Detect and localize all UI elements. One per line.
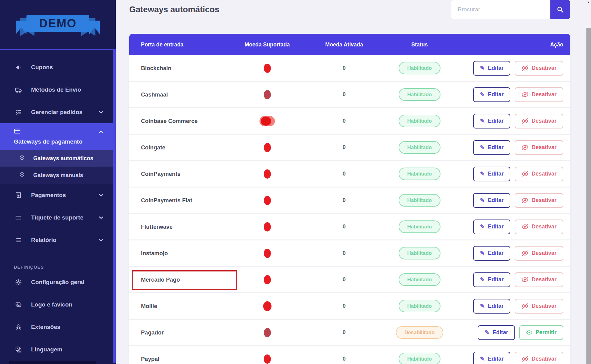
main-content: Gateways automáticos Porta de entrada Mo… <box>116 0 586 364</box>
action-buttons: ✎EditarDesativar <box>467 161 563 187</box>
activated-count: 0 <box>343 171 346 177</box>
logo: DEMO <box>0 0 116 49</box>
status-badge: Habilitado <box>399 353 440 364</box>
sidebar-item-gerenciar-pedidos[interactable]: Gerenciar pedidos <box>0 101 116 123</box>
activated-count: 0 <box>343 329 346 336</box>
editar-button[interactable]: ✎Editar <box>473 246 510 261</box>
action-buttons: ✎EditarDesativar <box>467 293 563 319</box>
status-badge: Habilitado <box>399 273 440 286</box>
desativar-button[interactable]: Desativar <box>515 87 563 102</box>
language-icon: A <box>14 346 23 353</box>
eye-icon <box>526 330 533 335</box>
page-title: Gateways automáticos <box>129 5 219 14</box>
desativar-button[interactable]: Desativar <box>515 193 563 208</box>
nodes-icon <box>14 324 23 330</box>
chevron-down-icon <box>99 194 103 197</box>
gateway-name: CoinPayments Fiat <box>141 197 192 204</box>
currency-dot-icon <box>264 196 271 205</box>
sidebar-item-extensoes[interactable]: Extensões <box>0 316 116 338</box>
editar-button[interactable]: ✎Editar <box>473 193 510 208</box>
desativar-button[interactable]: Desativar <box>515 246 563 261</box>
editar-button[interactable]: ✎Editar <box>473 220 510 234</box>
status-badge: Habilitado <box>399 141 440 154</box>
editar-button[interactable]: ✎Editar <box>473 299 510 314</box>
sidebar-item-gateways-de-pagamento[interactable]: Gateways de pagamento <box>0 123 116 150</box>
sidebar-item-logo-e-favicon[interactable]: Logo e favicon <box>0 293 116 316</box>
table-row: Cashmaal 0 Habilitado ✎EditarDesativar <box>129 82 570 108</box>
button-label: Desativar <box>532 118 557 124</box>
button-label: Editar <box>488 303 504 309</box>
sidebar-item-linguagem[interactable]: A Linguagem <box>0 338 116 361</box>
editar-button[interactable]: ✎Editar <box>473 114 510 129</box>
sidebar-item-configuracao-geral[interactable]: Configuração geral <box>0 271 116 293</box>
button-label: Desativar <box>532 224 557 230</box>
sidebar-item-label: Cupons <box>31 64 53 71</box>
desativar-button[interactable]: Desativar <box>515 220 563 234</box>
status-badge: Habilitado <box>399 168 440 180</box>
currency-dot-icon <box>264 328 271 337</box>
circle-dot-icon <box>19 155 27 162</box>
search-button[interactable] <box>550 0 570 19</box>
desativar-button[interactable]: Desativar <box>515 299 563 314</box>
currency-dot-icon <box>263 301 271 311</box>
desativar-button[interactable]: Desativar <box>515 167 563 181</box>
gateway-name: Instamojo <box>141 250 168 257</box>
activated-count: 0 <box>343 303 346 309</box>
gateway-name: Coinbase Commerce <box>141 118 198 125</box>
action-buttons: ✎EditarDesativar <box>467 240 563 266</box>
desativar-button[interactable]: Desativar <box>515 61 563 76</box>
button-label: Editar <box>488 65 504 71</box>
invoice-icon: $ <box>14 192 23 199</box>
editar-button[interactable]: ✎Editar <box>473 61 510 76</box>
pencil-icon: ✎ <box>480 91 485 98</box>
currency-dot-icon <box>264 169 271 179</box>
sidebar-section-label: DEFINIÇÕES <box>14 263 116 271</box>
editar-button[interactable]: ✎Editar <box>473 167 510 181</box>
activated-count: 0 <box>343 250 346 256</box>
gateway-name: Pagador <box>141 329 164 336</box>
editar-button[interactable]: ✎Editar <box>473 87 510 102</box>
button-label: Editar <box>488 356 504 362</box>
report-icon <box>14 237 23 243</box>
sidebar-item-pagamentos[interactable]: $ Pagamentos <box>0 184 116 206</box>
sidebar-item-relatorio[interactable]: Relatório <box>0 229 116 251</box>
sidebar-item-cupons[interactable]: Cupons <box>0 56 116 78</box>
eye-slash-icon <box>521 277 529 283</box>
truck-icon <box>14 86 23 93</box>
currency-dot-icon <box>259 116 275 126</box>
desativar-button[interactable]: Desativar <box>515 114 563 129</box>
desativar-button[interactable]: Desativar <box>515 272 563 287</box>
editar-button[interactable]: ✎Editar <box>473 272 510 287</box>
action-buttons: ✎EditarDesativar <box>467 188 563 213</box>
permitir-button[interactable]: Permitir <box>519 325 563 340</box>
sidebar-item-metodos-de-envio[interactable]: Métodos de Envio <box>0 78 116 101</box>
scrollbar-up-arrow[interactable]: ▲ <box>586 1 591 4</box>
table-row: Paypal 0 Habilitado ✎EditarDesativar <box>129 346 570 364</box>
pencil-icon: ✎ <box>480 144 485 151</box>
editar-button[interactable]: ✎Editar <box>473 352 510 364</box>
desativar-button[interactable]: Desativar <box>515 352 563 364</box>
sidebar-subitem-gateways-manuais[interactable]: Gateways manuais <box>0 167 116 184</box>
sidebar-item-label: Logo e favicon <box>31 301 72 308</box>
sidebar-subitem-label: Gateways automáticos <box>33 155 93 162</box>
button-label: Desativar <box>532 356 557 362</box>
button-label: Editar <box>488 276 504 283</box>
eye-slash-icon <box>521 224 529 230</box>
editar-button[interactable]: ✎Editar <box>473 140 510 155</box>
desativar-button[interactable]: Desativar <box>515 140 563 155</box>
button-label: Desativar <box>532 65 557 71</box>
button-label: Editar <box>488 197 504 204</box>
action-buttons: ✎EditarDesativar <box>467 346 563 364</box>
pencil-icon: ✎ <box>480 65 485 72</box>
search-input[interactable] <box>451 0 550 19</box>
sidebar-subitem-gateways-automaticos[interactable]: Gateways automáticos <box>0 150 116 167</box>
scrollbar-thumb[interactable] <box>586 28 591 364</box>
editar-button[interactable]: ✎Editar <box>478 325 515 340</box>
chevron-down-icon <box>99 239 103 242</box>
sidebar: DEMO Cupons Métodos de Envio Gerenciar p… <box>0 0 116 364</box>
page-scrollbar[interactable]: ▲ <box>586 0 591 364</box>
table-row: Mollie 0 Habilitado ✎EditarDesativar <box>129 293 570 320</box>
eye-slash-icon <box>521 65 529 71</box>
sidebar-item-tiquete-de-suporte[interactable]: Tíquete de suporte <box>0 206 116 229</box>
sidebar-item-label: Extensões <box>31 324 60 330</box>
